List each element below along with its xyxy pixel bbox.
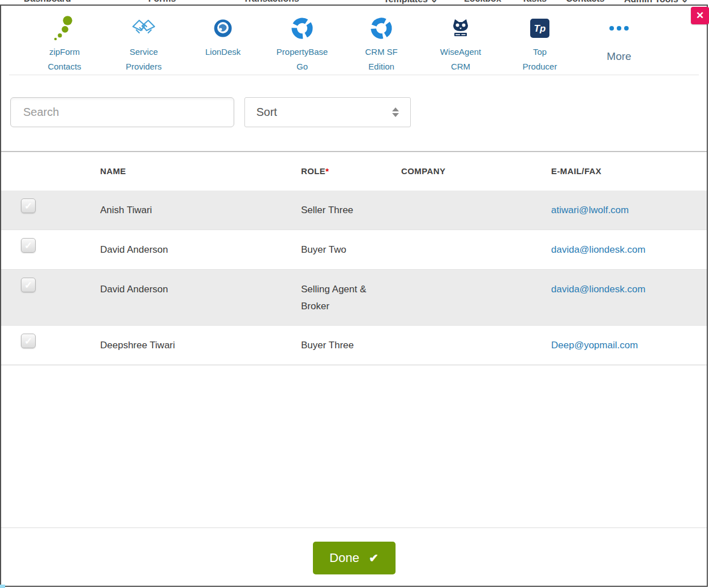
tab-label: zipForm Contacts	[48, 45, 81, 74]
done-label: Done	[329, 551, 359, 565]
checkbox-check-icon: ✓	[24, 200, 32, 212]
cell-company	[401, 326, 551, 347]
bg-nav-item: Contacts	[566, 0, 604, 4]
bg-nav-item: Lockbox	[464, 0, 501, 4]
contacts-table: NAME ROLE* COMPANY E-MAIL/FAX ✓ Anish Ti…	[1, 151, 707, 365]
email-link[interactable]: davida@liondesk.com	[551, 284, 646, 295]
bg-nav-item: Transactions	[243, 0, 299, 4]
background-accent	[0, 585, 5, 588]
tab-label: WiseAgent CRM	[440, 45, 482, 74]
column-header-company: COMPANY	[401, 152, 551, 191]
tab-more[interactable]: More	[579, 15, 659, 75]
list-controls: Sort	[10, 97, 411, 127]
cell-name: Deepshree Tiwari	[100, 326, 301, 364]
column-header-email-fax: E-MAIL/FAX	[551, 152, 707, 191]
email-link[interactable]: Deep@yopmail.com	[551, 340, 638, 351]
tab-label: Top Producer	[523, 45, 557, 74]
cell-name: David Anderson	[100, 230, 301, 269]
tab-propertybase-go[interactable]: PropertyBase Go	[263, 15, 342, 75]
checkbox-check-icon: ✓	[24, 279, 32, 291]
done-check-icon: ✔	[369, 551, 379, 565]
cell-name: Anish Tiwari	[100, 191, 301, 229]
tab-label: CRM SF Edition	[365, 45, 398, 74]
tab-crm-sf-edition[interactable]: CRM SF Edition	[342, 15, 421, 75]
column-header-name: NAME	[100, 152, 301, 191]
row-checkbox-cell: ✓	[1, 270, 100, 292]
svg-text:Tp: Tp	[534, 23, 546, 34]
sort-dropdown[interactable]: Sort	[244, 97, 411, 127]
wiseagent-icon	[449, 15, 472, 42]
cell-email: atiwari@lwolf.com	[551, 191, 707, 229]
tab-label: More	[607, 49, 631, 64]
tab-label: Service Providers	[126, 45, 161, 74]
zipform-dots-icon	[53, 15, 76, 42]
row-checkbox-cell: ✓	[1, 191, 100, 213]
handshake-icon	[130, 15, 157, 42]
table-row[interactable]: ✓ David Anderson Selling Agent & Broker …	[1, 270, 707, 326]
tab-label: LionDesk	[205, 45, 241, 59]
top-producer-icon: Tp	[530, 15, 549, 42]
footer-divider	[1, 528, 707, 528]
table-row[interactable]: ✓ Anish Tiwari Seller Three atiwari@lwol…	[1, 191, 707, 230]
cell-role: Buyer Two	[301, 230, 401, 269]
done-button[interactable]: Done ✔	[313, 542, 396, 574]
cell-company	[401, 191, 551, 212]
cell-company	[401, 270, 551, 291]
crm-source-tabs: zipForm Contacts Service Providers	[9, 6, 699, 75]
cell-email: davida@liondesk.com	[551, 230, 707, 269]
search-input[interactable]	[10, 97, 234, 127]
cell-name: David Anderson	[100, 270, 301, 308]
close-icon: ✕	[696, 10, 704, 21]
sort-value: Sort	[256, 106, 277, 119]
bg-nav-item: Dashboard	[24, 0, 71, 4]
row-checkbox-cell: ✓	[1, 230, 100, 253]
email-link[interactable]: atiwari@lwolf.com	[551, 205, 629, 215]
row-checkbox[interactable]: ✓	[21, 238, 36, 253]
cell-email: davida@liondesk.com	[551, 270, 707, 308]
row-checkbox[interactable]: ✓	[21, 334, 36, 348]
cell-role: Selling Agent & Broker	[301, 270, 401, 325]
cell-role: Buyer Three	[301, 326, 401, 364]
email-link[interactable]: davida@liondesk.com	[551, 244, 646, 255]
bg-nav-item: Admin Tools ⌄	[624, 0, 689, 5]
table-row[interactable]: ✓ David Anderson Buyer Two davida@lionde…	[1, 230, 707, 270]
sort-arrows-icon	[392, 107, 399, 117]
table-header-row: NAME ROLE* COMPANY E-MAIL/FAX	[1, 151, 707, 191]
contact-picker-modal: ✕ zipForm Contacts	[0, 5, 708, 587]
row-checkbox-cell: ✓	[1, 326, 100, 348]
tab-zipform-contacts[interactable]: zipForm Contacts	[25, 15, 104, 75]
tab-service-providers[interactable]: Service Providers	[104, 15, 183, 75]
bg-nav-item: Tasks	[522, 0, 547, 4]
more-dots-icon	[609, 15, 629, 42]
crm-sf-ring-icon	[370, 15, 393, 42]
row-checkbox[interactable]: ✓	[21, 198, 36, 213]
tab-label: PropertyBase Go	[277, 45, 328, 74]
tab-top-producer[interactable]: Tp Top Producer	[500, 15, 579, 75]
table-row[interactable]: ✓ Deepshree Tiwari Buyer Three Deep@yopm…	[1, 326, 707, 365]
row-checkbox[interactable]: ✓	[21, 278, 36, 292]
cell-role: Seller Three	[301, 191, 401, 229]
cell-email: Deep@yopmail.com	[551, 326, 707, 364]
cell-company	[401, 230, 551, 252]
propertybase-ring-icon	[291, 15, 313, 42]
close-button[interactable]: ✕	[691, 7, 709, 24]
column-header-role: ROLE*	[301, 152, 401, 191]
tab-liondesk[interactable]: LionDesk	[183, 15, 263, 75]
tab-wiseagent-crm[interactable]: WiseAgent CRM	[421, 15, 500, 75]
bg-nav-item: Forms	[148, 0, 176, 4]
checkbox-check-icon: ✓	[24, 240, 32, 252]
bg-nav-item: Templates ⌄	[384, 0, 438, 5]
liondesk-icon	[213, 15, 233, 42]
checkbox-check-icon: ✓	[24, 335, 32, 347]
required-asterisk: *	[325, 166, 329, 176]
